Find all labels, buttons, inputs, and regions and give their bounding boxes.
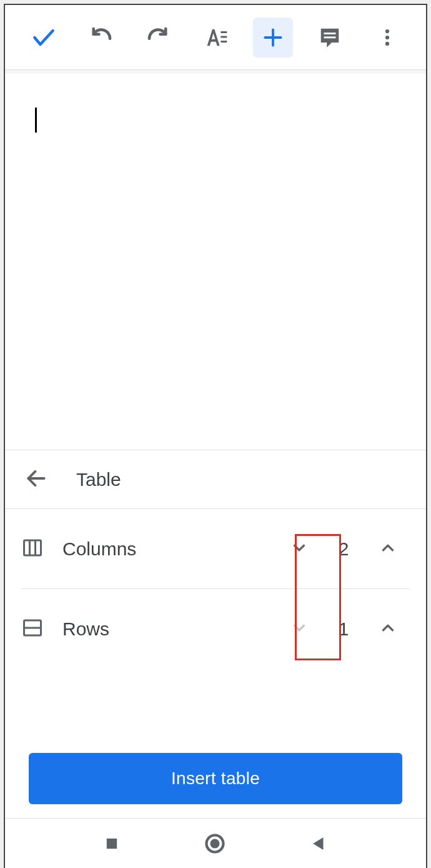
svg-point-18 [210, 839, 219, 848]
svg-rect-16 [106, 838, 116, 848]
columns-label: Columns [62, 538, 136, 560]
more-vert-icon [377, 27, 398, 48]
svg-rect-0 [220, 31, 227, 33]
sheet-header: Table [5, 450, 426, 509]
plus-icon [261, 26, 285, 49]
insert-area: Insert table [5, 753, 426, 804]
undo-button[interactable] [81, 18, 121, 58]
rows-stepper: 1 [277, 607, 410, 651]
svg-point-7 [385, 29, 389, 33]
columns-icon [21, 537, 44, 562]
redo-button[interactable] [138, 18, 178, 58]
nav-recent-button[interactable] [103, 835, 121, 855]
rows-decrease-button[interactable] [277, 607, 321, 651]
rows-row: Rows 1 [21, 589, 410, 669]
document-canvas[interactable] [5, 70, 426, 450]
chevron-up-icon [379, 618, 397, 640]
system-nav-bar [5, 818, 426, 868]
rows-value: 1 [321, 618, 366, 640]
undo-icon [88, 24, 114, 51]
svg-rect-5 [324, 33, 336, 34]
chevron-down-icon [290, 618, 309, 640]
svg-point-8 [385, 35, 389, 39]
svg-rect-2 [220, 41, 227, 43]
insert-table-button[interactable]: Insert table [29, 753, 402, 804]
chevron-down-icon [290, 538, 309, 560]
comment-button[interactable] [310, 18, 350, 58]
device-frame: Table Columns 2 [4, 4, 427, 868]
svg-rect-1 [220, 36, 227, 38]
redo-icon [145, 24, 171, 51]
columns-decrease-button[interactable] [277, 527, 321, 571]
sheet-title: Table [76, 469, 121, 490]
text-format-button[interactable] [196, 18, 235, 58]
table-config: Columns 2 Rows [5, 509, 426, 669]
insert-button[interactable] [253, 18, 293, 58]
columns-value: 2 [321, 538, 366, 560]
more-button[interactable] [367, 18, 407, 58]
arrow-left-icon [24, 467, 48, 493]
nav-back-button[interactable] [309, 834, 328, 855]
columns-row: Columns 2 [21, 509, 410, 589]
svg-point-9 [385, 41, 389, 45]
rows-label: Rows [62, 618, 109, 640]
done-button[interactable] [24, 18, 64, 58]
triangle-left-icon [309, 844, 328, 855]
editor-toolbar [5, 5, 426, 70]
comment-icon [318, 26, 342, 49]
nav-home-button[interactable] [204, 832, 226, 857]
text-format-icon [203, 25, 228, 50]
svg-rect-6 [324, 36, 336, 38]
square-icon [103, 844, 121, 854]
svg-marker-19 [314, 837, 324, 850]
circle-icon [204, 846, 226, 857]
chevron-up-icon [379, 538, 397, 560]
columns-increase-button[interactable] [366, 527, 410, 571]
back-button[interactable] [21, 465, 51, 495]
rows-increase-button[interactable] [366, 607, 410, 651]
text-cursor [35, 108, 37, 133]
columns-stepper: 2 [277, 527, 410, 571]
check-icon [30, 24, 57, 51]
svg-rect-11 [24, 540, 41, 555]
rows-icon [21, 617, 44, 642]
